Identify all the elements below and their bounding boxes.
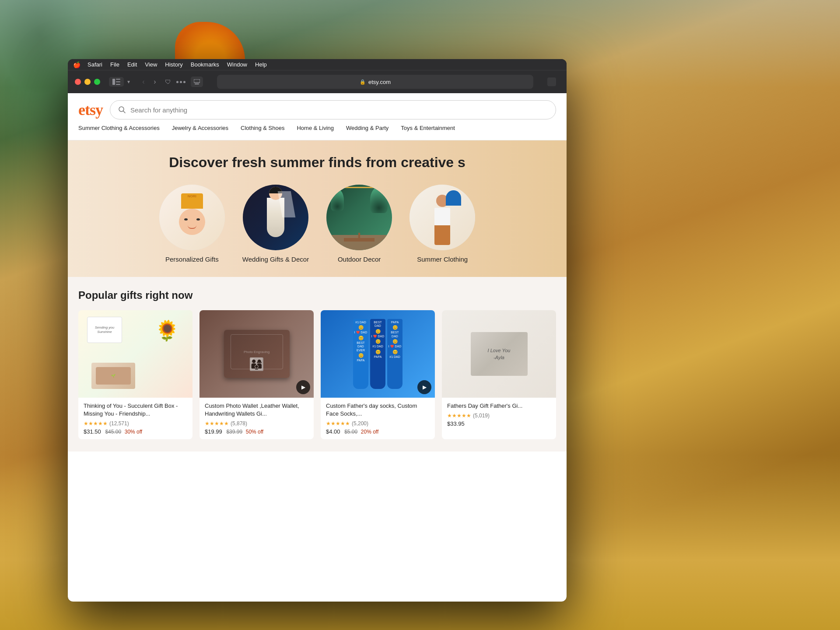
nav-home-living[interactable]: Home & Living	[297, 125, 334, 136]
product-image-4: I Love You-Ayla	[442, 310, 556, 398]
play-button-2[interactable]: ▶	[296, 380, 310, 394]
price-current-3: $4.00	[326, 428, 340, 435]
product-title-2: Custom Photo Wallet ,Leather Wallet, Han…	[205, 402, 308, 418]
category-circle-outdoor	[326, 185, 392, 250]
navigation-arrows: ‹ ›	[139, 77, 160, 87]
nav-categories: Summer Clothing & Accessories Jewelry & …	[78, 125, 556, 140]
product-title-3: Custom Father's day socks, Custom Face S…	[326, 402, 430, 418]
nav-jewelry[interactable]: Jewelry & Accessories	[172, 125, 228, 136]
menu-help[interactable]: Help	[252, 60, 270, 69]
nav-wedding-party[interactable]: Wedding & Party	[346, 125, 388, 136]
nav-summer-clothing[interactable]: Summer Clothing & Accessories	[78, 125, 160, 136]
product-title-4: Fathers Day Gift Father's Gi...	[447, 402, 551, 410]
play-button-3[interactable]: ▶	[417, 380, 431, 394]
price-current-1: $31.50	[84, 428, 101, 435]
category-circle-summer	[410, 185, 475, 250]
svg-rect-3	[116, 84, 120, 85]
share-dots	[176, 81, 186, 83]
popular-gifts-section: Popular gifts right now 🌻 Sending you Su…	[68, 277, 567, 452]
price-off-2: 50% off	[246, 429, 263, 435]
menu-window[interactable]: Window	[224, 60, 251, 69]
category-outdoor[interactable]: Outdoor Decor	[326, 185, 392, 263]
shield-icon: 🛡	[165, 78, 171, 85]
menu-view[interactable]: View	[141, 60, 161, 69]
product-card-3[interactable]: #1 DAD 😊 I ❤️ DAD 😊 BEST DAD EVER 😊 PAPA	[321, 310, 435, 439]
etsy-logo[interactable]: etsy	[78, 101, 103, 119]
etsy-top-row: etsy Search for anything	[78, 100, 556, 119]
price-off-1: 30% off	[125, 429, 142, 435]
tab-overview-button[interactable]	[191, 77, 203, 87]
star-rating-4: ★★★★★	[447, 413, 471, 419]
products-grid: 🌻 Sending you Sunshine 🌱 Thinking of You…	[78, 310, 556, 439]
price-original-3: $5.00	[344, 429, 357, 435]
hero-banner: Discover fresh summer finds from creativ…	[68, 140, 567, 277]
traffic-lights	[75, 79, 100, 85]
svg-rect-0	[112, 79, 115, 85]
product-stars-4: ★★★★★ (5,019)	[447, 413, 551, 419]
category-summer-clothing[interactable]: Summer Clothing	[410, 185, 475, 263]
product-info-3: Custom Father's day socks, Custom Face S…	[321, 398, 435, 439]
product-image-1: 🌻 Sending you Sunshine 🌱	[78, 310, 192, 398]
menu-edit[interactable]: Edit	[124, 60, 140, 69]
svg-rect-4	[194, 79, 200, 83]
price-original-1: $45.00	[105, 429, 121, 435]
menu-safari[interactable]: Safari	[84, 60, 106, 69]
menu-history[interactable]: History	[161, 60, 186, 69]
browser-content: etsy Search for anything Summer Clothing…	[68, 93, 567, 602]
price-current-2: $19.99	[205, 428, 222, 435]
star-rating-3: ★★★★★	[326, 420, 350, 427]
product-card-4[interactable]: I Love You-Ayla Fathers Day Gift Father'…	[442, 310, 556, 439]
mac-menu-bar: 🍎 Safari File Edit View History Bookmark…	[68, 59, 567, 70]
product-card-2[interactable]: Photo Engraving 👨‍👩‍👦 ▶ Custom Photo Wal…	[200, 310, 314, 439]
review-count-4: (5,019)	[473, 413, 490, 419]
product-info-2: Custom Photo Wallet ,Leather Wallet, Han…	[200, 398, 314, 439]
etsy-header: etsy Search for anything Summer Clothing…	[68, 93, 567, 140]
product-card-1[interactable]: 🌻 Sending you Sunshine 🌱 Thinking of You…	[78, 310, 192, 439]
product-stars-3: ★★★★★ (5,200)	[326, 420, 430, 427]
category-personalized-gifts[interactable]: NORI Personalized Gifts	[159, 185, 225, 263]
product-stars-2: ★★★★★ (5,878)	[205, 420, 308, 427]
category-circles: NORI Personalized Gifts	[78, 181, 556, 266]
nav-clothing-shoes[interactable]: Clothing & Shoes	[241, 125, 284, 136]
category-label-personalized: Personalized Gifts	[165, 256, 219, 263]
product-image-2: Photo Engraving 👨‍👩‍👦 ▶	[200, 310, 314, 398]
fullscreen-button[interactable]	[94, 79, 100, 85]
menu-file[interactable]: File	[107, 60, 123, 69]
svg-rect-5	[195, 84, 199, 84]
review-count-2: (5,878)	[231, 420, 247, 427]
category-circle-personalized: NORI	[159, 185, 225, 250]
svg-rect-1	[116, 79, 120, 80]
close-button[interactable]	[75, 79, 81, 85]
minimize-button[interactable]	[84, 79, 91, 85]
search-icon	[118, 106, 126, 114]
product-stars-1: ★★★★★ (12,571)	[84, 420, 187, 427]
product-title-1: Thinking of You - Succulent Gift Box - M…	[84, 402, 187, 418]
review-count-1: (12,571)	[109, 420, 129, 427]
address-bar[interactable]: 🔒 etsy.com	[217, 75, 533, 89]
lock-icon: 🔒	[360, 79, 366, 85]
product-image-3: #1 DAD 😊 I ❤️ DAD 😊 BEST DAD EVER 😊 PAPA	[321, 310, 435, 398]
product-info-1: Thinking of You - Succulent Gift Box - M…	[78, 398, 192, 439]
url-text: etsy.com	[368, 79, 391, 85]
back-button[interactable]: ‹	[139, 77, 148, 87]
svg-rect-2	[116, 81, 120, 82]
popular-gifts-title: Popular gifts right now	[78, 289, 556, 301]
extensions-button[interactable]	[547, 77, 556, 86]
product-info-4: Fathers Day Gift Father's Gi... ★★★★★ (5…	[442, 398, 556, 431]
price-original-2: $39.99	[226, 429, 242, 435]
product-price-1: $31.50 $45.00 30% off	[84, 428, 187, 435]
search-input[interactable]: Search for anything	[130, 106, 548, 114]
hero-title: Discover fresh summer finds from creativ…	[78, 154, 556, 171]
nav-toys[interactable]: Toys & Entertainment	[401, 125, 455, 136]
review-count-3: (5,200)	[352, 420, 368, 427]
product-price-3: $4.00 $5.00 20% off	[326, 428, 430, 435]
menu-bookmarks[interactable]: Bookmarks	[187, 60, 223, 69]
price-current-4: $33.95	[447, 420, 465, 427]
sidebar-toggle[interactable]: ▾	[109, 77, 130, 87]
forward-button[interactable]: ›	[150, 77, 160, 87]
product-price-4: $33.95	[447, 420, 551, 427]
category-label-outdoor: Outdoor Decor	[338, 256, 381, 263]
category-wedding[interactable]: Wedding Gifts & Decor	[242, 185, 309, 263]
product-price-2: $19.99 $39.99 50% off	[205, 428, 308, 435]
search-bar[interactable]: Search for anything	[110, 100, 556, 119]
